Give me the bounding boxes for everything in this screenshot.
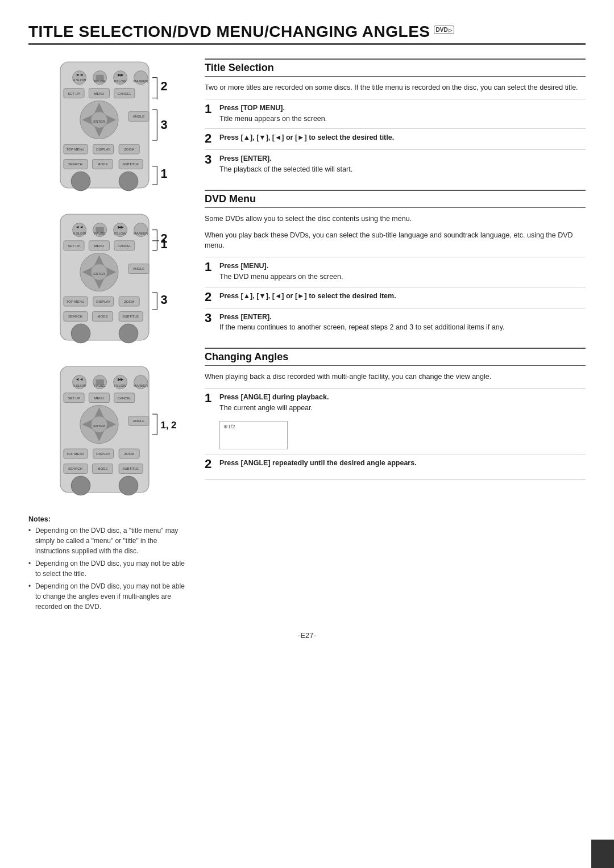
dvd-step-1-text: Press [MENU]. The DVD menu appears on th… — [219, 261, 343, 282]
svg-text:R.SLOW: R.SLOW — [73, 232, 86, 235]
dvd-step-1: 1 Press [MENU]. The DVD menu appears on … — [205, 257, 586, 286]
dvd-menu-header: DVD Menu — [205, 190, 586, 208]
title-step-3: 3 Press [ENTER]. The playback of the sel… — [205, 149, 586, 178]
dvd-step-3-num: 3 — [205, 312, 215, 324]
note-item-3: Depending on the DVD disc, you may not b… — [28, 581, 188, 612]
title-step-1-bold: Press [TOP MENU]. — [219, 104, 285, 112]
remote-diagram-2: ◄◄ R.SLOW PAUSE ▶▶ FSLOW MARKER SET UP M… — [28, 211, 188, 347]
dvd-step-2-bold: Press [▲], [▼], [◄] or [►] to select the… — [219, 292, 396, 300]
svg-text:MODE: MODE — [97, 315, 107, 318]
svg-text:SET UP: SET UP — [68, 244, 80, 248]
changing-angles-desc: When playing back a disc recorded with m… — [205, 372, 586, 382]
svg-text:▶▶: ▶▶ — [118, 72, 124, 77]
angle-step-2-bold: Press [ANGLE] repeatedly until the desir… — [219, 459, 417, 467]
title-step-2-num: 2 — [205, 132, 215, 145]
svg-text:SUBTITLE: SUBTITLE — [122, 162, 139, 166]
page-number: -E27- — [28, 631, 586, 640]
svg-text:ZOOM: ZOOM — [124, 452, 134, 456]
changing-angles-header: Changing Angles — [205, 348, 586, 366]
main-title: TITLE SELECTION/DVD MENU/CHANGING ANGLES — [28, 23, 430, 41]
svg-text:ANGLE: ANGLE — [133, 267, 144, 270]
svg-text:CANCEL: CANCEL — [118, 244, 132, 248]
svg-text:1, 2: 1, 2 — [160, 420, 176, 431]
page: TITLE SELECTION/DVD MENU/CHANGING ANGLES… — [0, 0, 614, 868]
svg-text:ENTER: ENTER — [93, 120, 105, 123]
section-bottom-rule — [205, 479, 586, 480]
dvd-menu-desc2: When you play back these DVDs, you can s… — [205, 230, 586, 252]
title-step-1-text: Press [TOP MENU]. Title menu appears on … — [219, 103, 327, 124]
title-step-2: 2 Press [▲], [▼], [◄] or [►] to select t… — [205, 128, 586, 148]
svg-text:ENTER: ENTER — [93, 272, 105, 276]
left-column: ◄◄ R.SLOW PAUSE ▶▶ FSLOW MARKER SET UP M… — [28, 59, 188, 614]
svg-text:R.SLOW: R.SLOW — [73, 384, 86, 387]
svg-text:MENU: MENU — [94, 397, 105, 400]
title-step-2-bold: Press [▲], [▼], [◄] or [►] to select the… — [219, 133, 394, 141]
svg-text:ZOOM: ZOOM — [124, 148, 134, 151]
angle-step-1-sub: The current angle will appear. — [219, 403, 329, 414]
svg-text:MARKER: MARKER — [134, 384, 148, 387]
angle-step-2-text: Press [ANGLE] repeatedly until the desir… — [219, 458, 417, 469]
title-step-3-sub: The playback of the selected title will … — [219, 164, 352, 175]
svg-text:TOP MENU: TOP MENU — [67, 452, 84, 456]
svg-text:1: 1 — [160, 237, 167, 251]
svg-text:PAUSE: PAUSE — [94, 80, 106, 83]
angle-step-1-text: Press [ANGLE] during playback. The curre… — [219, 392, 329, 414]
svg-text:CANCEL: CANCEL — [118, 92, 132, 95]
title-step-3-text: Press [ENTER]. The playback of the selec… — [219, 153, 352, 175]
angle-box-label: ⊕1/2 — [223, 424, 235, 429]
content-layout: ◄◄ R.SLOW PAUSE ▶▶ FSLOW MARKER SET UP M… — [28, 59, 586, 614]
svg-text:SEARCH: SEARCH — [68, 315, 82, 318]
svg-text:SET UP: SET UP — [68, 92, 80, 95]
svg-text:SET UP: SET UP — [68, 397, 80, 400]
dvd-step-1-bold: Press [MENU]. — [219, 262, 268, 270]
dvd-step-3-sub: If the menu continues to another screen,… — [219, 322, 504, 333]
svg-point-39 — [71, 172, 90, 191]
svg-text:MODE: MODE — [97, 467, 107, 470]
notes-list: Depending on the DVD disc, a "title menu… — [28, 525, 188, 612]
svg-text:ANGLE: ANGLE — [133, 419, 144, 423]
svg-text:MODE: MODE — [97, 162, 107, 166]
title-step-1-num: 1 — [205, 103, 215, 115]
svg-text:DISPLAY: DISPLAY — [96, 300, 110, 303]
note-item-2: Depending on the DVD disc, you may not b… — [28, 558, 188, 579]
svg-text:FSLOW: FSLOW — [114, 232, 127, 235]
svg-text:▶▶: ▶▶ — [118, 377, 124, 382]
title-selection-header: Title Selection — [205, 59, 586, 77]
svg-text:DISPLAY: DISPLAY — [96, 452, 110, 456]
remote-diagram-3: ◄◄ R.SLOW PAUSE ▶▶ FSLOW MARKER SET UP M… — [28, 363, 188, 499]
svg-text:3: 3 — [160, 118, 167, 132]
svg-text:SEARCH: SEARCH — [68, 467, 82, 470]
svg-text:1: 1 — [160, 166, 167, 181]
svg-text:ENTER: ENTER — [93, 424, 105, 428]
dvd-step-1-num: 1 — [205, 261, 215, 273]
svg-text:3: 3 — [160, 293, 167, 307]
svg-text:MARKER: MARKER — [134, 80, 148, 83]
svg-text:◄◄: ◄◄ — [75, 377, 83, 382]
remote-diagram-2-wrapper: ◄◄ R.SLOW PAUSE ▶▶ FSLOW MARKER SET UP M… — [28, 211, 188, 347]
dvd-step-3: 3 Press [ENTER]. If the menu continues t… — [205, 308, 586, 337]
svg-point-93 — [119, 324, 138, 343]
svg-text:PAUSE: PAUSE — [94, 232, 106, 235]
title-selection-desc: Two or more titles are recorded on some … — [205, 82, 586, 93]
svg-point-92 — [71, 324, 90, 343]
svg-text:CANCEL: CANCEL — [118, 397, 132, 400]
dvd-step-3-text: Press [ENTER]. If the menu continues to … — [219, 312, 504, 333]
svg-text:SUBTITLE: SUBTITLE — [122, 315, 139, 318]
main-title-bar: TITLE SELECTION/DVD MENU/CHANGING ANGLES… — [28, 23, 586, 45]
svg-text:MENU: MENU — [94, 244, 105, 248]
title-step-3-num: 3 — [205, 153, 215, 166]
angle-step-2: 2 Press [ANGLE] repeatedly until the des… — [205, 454, 586, 474]
svg-text:FSLOW: FSLOW — [114, 80, 127, 83]
svg-text:MENU: MENU — [94, 92, 105, 95]
remote-diagram-1-wrapper: ◄◄ R.SLOW PAUSE ▶▶ FSLOW MARKER SET UP M… — [28, 59, 188, 195]
dvd-menu-desc1: Some DVDs allow you to select the disc c… — [205, 214, 586, 224]
svg-point-40 — [119, 172, 138, 191]
svg-text:TOP MENU: TOP MENU — [67, 148, 84, 151]
remote-diagram-3-wrapper: ◄◄ R.SLOW PAUSE ▶▶ FSLOW MARKER SET UP M… — [28, 363, 188, 499]
svg-text:R.SLOW: R.SLOW — [73, 78, 86, 82]
angle-step-1-bold: Press [ANGLE] during playback. — [219, 393, 329, 401]
changing-angles-title: Changing Angles — [205, 351, 288, 362]
angle-step-2-num: 2 — [205, 458, 215, 470]
svg-text:ZOOM: ZOOM — [124, 300, 134, 303]
remote-diagram-1: ◄◄ R.SLOW PAUSE ▶▶ FSLOW MARKER SET UP M… — [28, 59, 188, 195]
